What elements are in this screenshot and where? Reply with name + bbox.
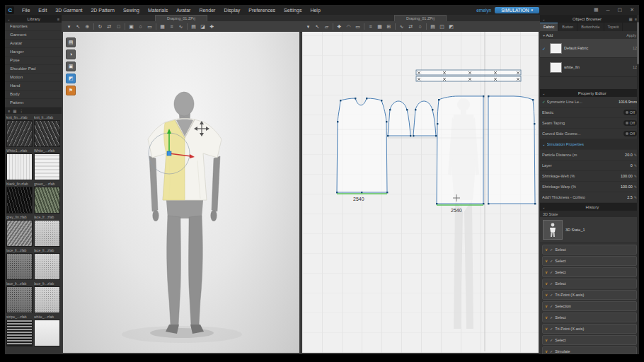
pattern-back-right[interactable] <box>488 96 535 204</box>
chevron-down-icon[interactable]: ⌄ <box>542 17 546 21</box>
history-entry[interactable]: ∨✓Simulate <box>542 346 637 354</box>
library-item-pose[interactable]: Pose <box>5 57 62 65</box>
app-logo-icon[interactable]: C <box>6 6 14 14</box>
pattern-front-bodice[interactable] <box>337 98 387 192</box>
fabric-item[interactable]: White1...zfab <box>6 148 33 180</box>
dropdown-icon[interactable]: ▾ <box>64 22 74 32</box>
render-mode-icon[interactable]: ◪ <box>198 22 207 32</box>
history-section-3d-state[interactable]: 3D State <box>540 211 639 217</box>
fabric-list-item[interactable]: white_fin 12 <box>540 58 639 77</box>
box-select-icon[interactable]: □ <box>114 22 123 32</box>
curved-side-toggle[interactable]: Off <box>623 131 637 136</box>
fabric-item[interactable]: black_fin.zfab <box>6 182 33 214</box>
grid-view-icon[interactable]: ▦ <box>13 109 16 113</box>
fabric-item[interactable]: White_...zfab <box>34 148 60 180</box>
addl-thickness-field[interactable]: 2.5 <box>627 195 633 199</box>
menu-item-display[interactable]: Display <box>219 8 244 13</box>
library-item-avatar[interactable]: Avatar <box>5 40 62 48</box>
fabric-item[interactable]: white_...zfab <box>34 315 60 346</box>
history-entry[interactable]: ∨✓Select <box>542 267 637 277</box>
fabric-item[interactable]: lace_fr...zfab <box>34 215 60 247</box>
menu-item-file[interactable]: File <box>18 8 34 13</box>
add-fabric-button[interactable]: + Add <box>543 33 553 37</box>
mirror-icon[interactable]: ◫ <box>437 22 447 32</box>
gizmo-center[interactable] <box>167 151 171 156</box>
chevron-down-icon[interactable]: ⌄ <box>542 91 546 95</box>
library-item-pattern[interactable]: Pattern <box>5 99 62 107</box>
history-entry[interactable]: ∨✓Select <box>542 279 637 288</box>
rectangle-tool-icon[interactable]: ▭ <box>145 22 154 32</box>
show-texture-icon[interactable]: ▣ <box>66 62 76 71</box>
grid-icon[interactable]: ⊞ <box>384 22 393 32</box>
seam-taping-toggle[interactable]: Off <box>623 120 637 126</box>
layers-icon[interactable]: ≡ <box>167 22 176 32</box>
fabric-item[interactable]: green_...zfab <box>34 182 60 214</box>
shrinkage-warp-field[interactable]: 100.00 <box>621 185 633 189</box>
account-name[interactable]: emelyn <box>476 8 491 13</box>
library-item-body[interactable]: Body <box>5 90 62 99</box>
menu-item-avatar[interactable]: Avatar <box>172 8 195 13</box>
property-section-header[interactable]: ⌄ Simulation Properties <box>540 139 639 150</box>
library-item-hand[interactable]: Hand <box>5 82 62 90</box>
tab-topstitch[interactable]: Topstit <box>604 23 623 31</box>
fabric-item[interactable]: lace_fr...zfab <box>34 281 60 313</box>
polygon-icon[interactable]: ▱ <box>322 22 331 32</box>
mesh-icon[interactable]: ▣ <box>127 22 136 32</box>
canvas-3d[interactable]: ▤ ◑ ▣ ◩ ⚑ <box>63 32 299 353</box>
menu-item-settings[interactable]: Settings <box>280 8 306 13</box>
menu-item-2d-pattern[interactable]: 2D Pattern <box>86 8 118 13</box>
simulation-button[interactable]: SIMULATION ▾ <box>495 7 539 13</box>
fabric-item[interactable]: lace_fr...zfab <box>6 281 33 313</box>
viewport-3d-tab[interactable]: Draping_01.ZPrj <box>62 15 301 21</box>
rotate-icon[interactable]: ↻ <box>96 22 105 32</box>
notch-icon[interactable]: ∿ <box>397 22 406 32</box>
grid-icon[interactable]: ▤ <box>189 22 198 32</box>
show-pins-icon[interactable]: ⚑ <box>66 86 76 95</box>
library-item-favorites[interactable]: Favorites <box>5 23 62 31</box>
menu-item-materials[interactable]: Materials <box>144 8 172 13</box>
more-icon[interactable]: ⋮ <box>19 109 23 113</box>
curve-icon[interactable]: ◠ <box>344 22 353 32</box>
library-item-hanger[interactable]: Hanger <box>5 48 62 57</box>
library-item-shoulder-pad[interactable]: Shoulder Pad <box>5 65 62 74</box>
menu-item-help[interactable]: Help <box>306 8 324 13</box>
fabric-item[interactable]: grey_fin.zfab <box>6 215 33 247</box>
fabric-list-item[interactable]: ✓ Default Fabric 12 <box>540 39 639 58</box>
sewing-icon[interactable]: ≡ <box>366 22 375 32</box>
selected-pattern-piece[interactable] <box>163 120 185 200</box>
circle-icon[interactable]: ○ <box>415 22 425 32</box>
history-entry[interactable]: ∨✓Select <box>542 335 637 345</box>
history-entry[interactable]: ∨✓Tri-Point (X-axis) <box>542 324 637 334</box>
history-entry[interactable]: ∨✓Selection <box>542 301 637 311</box>
minimize-icon[interactable]: ─ <box>604 8 612 13</box>
menu-icon[interactable]: ≡ <box>8 109 10 113</box>
layout-icon[interactable]: ▦ <box>592 7 601 13</box>
history-entry[interactable]: ∨✓Select <box>542 313 637 322</box>
property-value[interactable]: 1016.9mm <box>619 100 637 104</box>
chevron-down-icon[interactable]: ⌄ <box>7 17 11 21</box>
close-icon[interactable]: ✕ <box>628 7 636 13</box>
show-garment-icon[interactable]: ▤ <box>66 37 76 47</box>
elastic-toggle[interactable]: Off <box>623 110 637 115</box>
scrollbar-thumb[interactable] <box>637 22 639 64</box>
history-entry[interactable]: ∨✓Select <box>542 256 637 266</box>
fabric-item[interactable]: knit_fr...zfab <box>34 115 60 147</box>
menu-item-render[interactable]: Render <box>195 8 219 13</box>
chevron-down-icon[interactable]: ⌄ <box>542 205 546 209</box>
show-seams-icon[interactable]: ◑ <box>66 49 76 59</box>
pin-icon[interactable]: ⊕ <box>83 22 92 32</box>
texture-icon[interactable]: ▦ <box>375 22 384 32</box>
pattern-band[interactable] <box>416 70 521 81</box>
shrinkage-weft-field[interactable]: 100.00 <box>621 174 633 178</box>
history-entry[interactable]: ∨✓Tri-Point (X-axis) <box>542 290 637 300</box>
menu-item-edit[interactable]: Edit <box>34 8 51 13</box>
select-move-icon[interactable]: ↖ <box>74 22 83 32</box>
shade-icon[interactable]: ◩ <box>447 22 456 32</box>
library-item-garment[interactable]: Garment <box>5 31 62 40</box>
circle-tool-icon[interactable]: ○ <box>136 22 145 32</box>
menu-item-3d-garment[interactable]: 3D Garment <box>51 8 86 13</box>
add-icon[interactable]: ✚ <box>207 22 217 32</box>
layer-field[interactable]: 0 <box>631 163 633 168</box>
layers-icon[interactable]: ▤ <box>428 22 437 32</box>
show-avatar-icon[interactable]: ◩ <box>66 74 76 83</box>
